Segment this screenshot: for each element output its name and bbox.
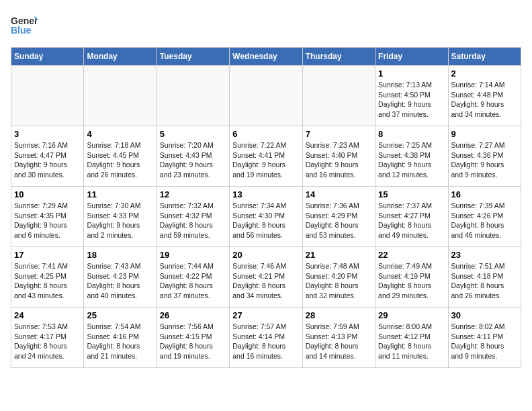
logo-icon: General Blue [11, 11, 38, 40]
calendar-day-cell: 8Sunrise: 7:25 AM Sunset: 4:38 PM Daylig… [375, 126, 448, 187]
day-number: 16 [451, 189, 518, 199]
day-info: Sunrise: 7:18 AM Sunset: 4:45 PM Dayligh… [87, 140, 153, 180]
calendar-day-cell: 4Sunrise: 7:18 AM Sunset: 4:45 PM Daylig… [84, 126, 157, 187]
calendar-day-cell [230, 66, 302, 126]
day-info: Sunrise: 7:44 AM Sunset: 4:22 PM Dayligh… [160, 261, 226, 301]
day-number: 30 [451, 310, 518, 320]
weekday-header: Sunday [11, 48, 84, 66]
day-number: 29 [378, 310, 445, 320]
day-number: 23 [451, 250, 518, 260]
calendar-day-cell: 3Sunrise: 7:16 AM Sunset: 4:47 PM Daylig… [11, 126, 84, 187]
logo: General Blue [11, 11, 38, 40]
calendar-header-row: SundayMondayTuesdayWednesdayThursdayFrid… [11, 48, 521, 66]
day-info: Sunrise: 8:02 AM Sunset: 4:11 PM Dayligh… [451, 322, 518, 361]
svg-text:Blue: Blue [11, 25, 32, 36]
calendar-day-cell [157, 66, 229, 126]
calendar-day-cell: 23Sunrise: 7:51 AM Sunset: 4:18 PM Dayli… [448, 247, 521, 308]
calendar-day-cell: 19Sunrise: 7:44 AM Sunset: 4:22 PM Dayli… [157, 247, 229, 308]
calendar-day-cell: 27Sunrise: 7:57 AM Sunset: 4:14 PM Dayli… [230, 308, 302, 368]
day-info: Sunrise: 7:51 AM Sunset: 4:18 PM Dayligh… [451, 261, 518, 301]
weekday-header: Saturday [448, 48, 521, 66]
day-info: Sunrise: 7:48 AM Sunset: 4:20 PM Dayligh… [306, 261, 372, 301]
day-number: 15 [378, 189, 445, 199]
day-info: Sunrise: 7:27 AM Sunset: 4:36 PM Dayligh… [451, 140, 518, 180]
day-info: Sunrise: 7:54 AM Sunset: 4:16 PM Dayligh… [87, 322, 153, 361]
day-info: Sunrise: 7:16 AM Sunset: 4:47 PM Dayligh… [14, 140, 81, 180]
calendar-day-cell [84, 66, 157, 126]
day-info: Sunrise: 7:23 AM Sunset: 4:40 PM Dayligh… [306, 140, 372, 180]
day-number: 13 [232, 189, 299, 199]
calendar-day-cell: 17Sunrise: 7:41 AM Sunset: 4:25 PM Dayli… [11, 247, 84, 308]
calendar-day-cell: 16Sunrise: 7:39 AM Sunset: 4:26 PM Dayli… [448, 187, 521, 247]
calendar-day-cell: 24Sunrise: 7:53 AM Sunset: 4:17 PM Dayli… [11, 308, 84, 368]
day-number: 14 [306, 189, 372, 199]
day-number: 24 [14, 310, 81, 320]
calendar-week-row: 17Sunrise: 7:41 AM Sunset: 4:25 PM Dayli… [11, 247, 521, 308]
day-info: Sunrise: 7:41 AM Sunset: 4:25 PM Dayligh… [14, 261, 81, 301]
weekday-header: Monday [84, 48, 157, 66]
calendar-week-row: 10Sunrise: 7:29 AM Sunset: 4:35 PM Dayli… [11, 187, 521, 247]
day-number: 5 [160, 129, 226, 139]
day-number: 26 [160, 310, 226, 320]
day-info: Sunrise: 7:57 AM Sunset: 4:14 PM Dayligh… [232, 322, 299, 361]
day-number: 10 [14, 189, 81, 199]
day-info: Sunrise: 7:56 AM Sunset: 4:15 PM Dayligh… [160, 322, 226, 361]
calendar-day-cell: 5Sunrise: 7:20 AM Sunset: 4:43 PM Daylig… [157, 126, 229, 187]
day-number: 27 [232, 310, 299, 320]
calendar-day-cell: 22Sunrise: 7:49 AM Sunset: 4:19 PM Dayli… [375, 247, 448, 308]
day-number: 18 [87, 250, 153, 260]
calendar-day-cell: 18Sunrise: 7:43 AM Sunset: 4:23 PM Dayli… [84, 247, 157, 308]
day-info: Sunrise: 7:39 AM Sunset: 4:26 PM Dayligh… [451, 201, 518, 240]
calendar-week-row: 24Sunrise: 7:53 AM Sunset: 4:17 PM Dayli… [11, 308, 521, 368]
calendar-day-cell: 9Sunrise: 7:27 AM Sunset: 4:36 PM Daylig… [448, 126, 521, 187]
day-number: 2 [451, 68, 518, 79]
day-number: 21 [306, 250, 372, 260]
day-number: 22 [378, 250, 445, 260]
day-info: Sunrise: 7:53 AM Sunset: 4:17 PM Dayligh… [14, 322, 81, 361]
day-info: Sunrise: 7:25 AM Sunset: 4:38 PM Dayligh… [378, 140, 445, 180]
calendar-day-cell: 28Sunrise: 7:59 AM Sunset: 4:13 PM Dayli… [302, 308, 375, 368]
day-number: 1 [378, 68, 445, 79]
day-info: Sunrise: 7:30 AM Sunset: 4:33 PM Dayligh… [87, 201, 153, 240]
calendar-day-cell: 25Sunrise: 7:54 AM Sunset: 4:16 PM Dayli… [84, 308, 157, 368]
day-number: 9 [451, 129, 518, 139]
weekday-header: Wednesday [230, 48, 302, 66]
day-number: 7 [306, 129, 372, 139]
calendar-day-cell: 7Sunrise: 7:23 AM Sunset: 4:40 PM Daylig… [302, 126, 375, 187]
calendar-day-cell: 13Sunrise: 7:34 AM Sunset: 4:30 PM Dayli… [230, 187, 302, 247]
calendar-day-cell: 21Sunrise: 7:48 AM Sunset: 4:20 PM Dayli… [302, 247, 375, 308]
calendar-day-cell: 10Sunrise: 7:29 AM Sunset: 4:35 PM Dayli… [11, 187, 84, 247]
day-info: Sunrise: 8:00 AM Sunset: 4:12 PM Dayligh… [378, 322, 445, 361]
day-info: Sunrise: 7:49 AM Sunset: 4:19 PM Dayligh… [378, 261, 445, 301]
day-number: 20 [232, 250, 299, 260]
weekday-header: Tuesday [157, 48, 229, 66]
day-number: 28 [306, 310, 372, 320]
calendar-day-cell [302, 66, 375, 126]
day-number: 17 [14, 250, 81, 260]
day-number: 3 [14, 129, 81, 139]
day-info: Sunrise: 7:46 AM Sunset: 4:21 PM Dayligh… [232, 261, 299, 301]
day-number: 11 [87, 189, 153, 199]
day-info: Sunrise: 7:32 AM Sunset: 4:32 PM Dayligh… [160, 201, 226, 240]
day-number: 12 [160, 189, 226, 199]
day-number: 4 [87, 129, 153, 139]
calendar-day-cell: 30Sunrise: 8:02 AM Sunset: 4:11 PM Dayli… [448, 308, 521, 368]
day-info: Sunrise: 7:14 AM Sunset: 4:48 PM Dayligh… [451, 80, 518, 120]
day-number: 25 [87, 310, 153, 320]
day-number: 8 [378, 129, 445, 139]
weekday-header: Friday [375, 48, 448, 66]
calendar-day-cell: 1Sunrise: 7:13 AM Sunset: 4:50 PM Daylig… [375, 66, 448, 126]
day-info: Sunrise: 7:43 AM Sunset: 4:23 PM Dayligh… [87, 261, 153, 301]
calendar-week-row: 3Sunrise: 7:16 AM Sunset: 4:47 PM Daylig… [11, 126, 521, 187]
calendar-day-cell: 15Sunrise: 7:37 AM Sunset: 4:27 PM Dayli… [375, 187, 448, 247]
day-info: Sunrise: 7:34 AM Sunset: 4:30 PM Dayligh… [232, 201, 299, 240]
day-number: 19 [160, 250, 226, 260]
calendar-day-cell: 11Sunrise: 7:30 AM Sunset: 4:33 PM Dayli… [84, 187, 157, 247]
day-info: Sunrise: 7:36 AM Sunset: 4:29 PM Dayligh… [306, 201, 372, 240]
day-info: Sunrise: 7:13 AM Sunset: 4:50 PM Dayligh… [378, 80, 445, 120]
day-info: Sunrise: 7:37 AM Sunset: 4:27 PM Dayligh… [378, 201, 445, 240]
calendar-day-cell: 6Sunrise: 7:22 AM Sunset: 4:41 PM Daylig… [230, 126, 302, 187]
day-info: Sunrise: 7:59 AM Sunset: 4:13 PM Dayligh… [306, 322, 372, 361]
calendar-table: SundayMondayTuesdayWednesdayThursdayFrid… [11, 47, 521, 368]
day-info: Sunrise: 7:29 AM Sunset: 4:35 PM Dayligh… [14, 201, 81, 240]
